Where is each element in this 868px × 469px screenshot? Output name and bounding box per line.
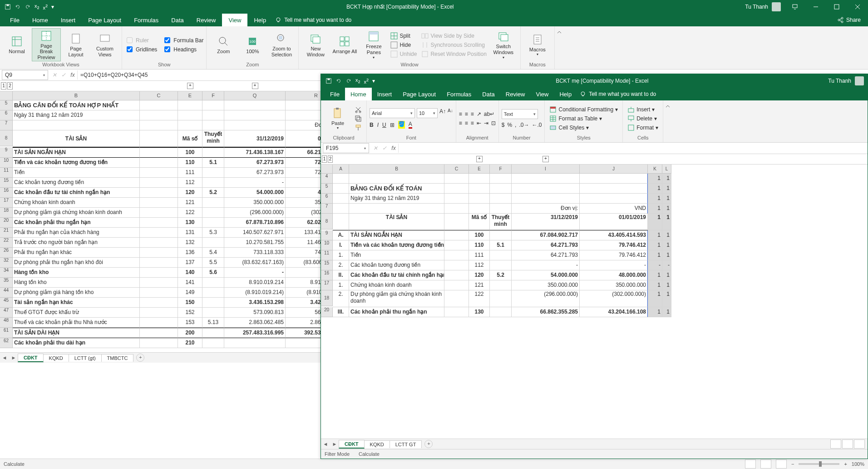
- tab-home[interactable]: Home: [26, 14, 54, 26]
- cell[interactable]: [202, 238, 224, 248]
- cell[interactable]: [512, 194, 580, 204]
- cell[interactable]: 71.436.138.167: [224, 147, 286, 158]
- cell[interactable]: [140, 110, 178, 120]
- cell[interactable]: [444, 290, 469, 307]
- sub-grid[interactable]: ABCEFIJKL4115BẢNG CÂN ĐỐI KẾ TOÁN116Ngày…: [321, 165, 868, 439]
- font-color-button[interactable]: A: [409, 121, 412, 129]
- row-header[interactable]: 15: [321, 260, 333, 270]
- cell[interactable]: 64.271.793: [512, 240, 580, 250]
- cell[interactable]: 122: [178, 208, 202, 218]
- cell[interactable]: Thuyết minh: [202, 130, 224, 147]
- cell[interactable]: 121: [469, 280, 490, 290]
- cell[interactable]: 1: [648, 250, 662, 260]
- cell[interactable]: 10.270.581.755: [224, 238, 286, 248]
- cell[interactable]: Dự phòng giảm giá chứng khoán kinh doanh: [349, 290, 444, 307]
- cell[interactable]: Mã số: [178, 130, 202, 147]
- cell[interactable]: [490, 250, 512, 260]
- normal-view-button[interactable]: Normal: [3, 34, 31, 55]
- row-header[interactable]: 20: [321, 307, 333, 317]
- cell[interactable]: [490, 307, 512, 317]
- cell[interactable]: (302.000.000): [580, 290, 648, 307]
- column-header[interactable]: F: [490, 165, 512, 174]
- cell[interactable]: Phải thu ngắn hạn của khách hàng: [13, 228, 140, 238]
- cell[interactable]: 1: [648, 230, 662, 240]
- cell[interactable]: [13, 120, 140, 130]
- cell[interactable]: 2.863.062.485: [224, 318, 286, 328]
- superscript-icon[interactable]: x2: [43, 4, 48, 10]
- redo-icon[interactable]: [345, 78, 352, 84]
- cell[interactable]: [140, 130, 178, 147]
- subscript-icon[interactable]: x2: [35, 3, 39, 10]
- cell[interactable]: [140, 248, 178, 258]
- row-header[interactable]: 18: [321, 290, 333, 306]
- cell[interactable]: A.: [333, 230, 349, 240]
- fx-icon[interactable]: fx: [68, 72, 77, 78]
- cell[interactable]: 1: [662, 214, 671, 230]
- tab-help[interactable]: Help: [247, 14, 272, 26]
- redo-icon[interactable]: [25, 4, 31, 10]
- cell[interactable]: VND: [580, 204, 648, 214]
- cell[interactable]: [178, 120, 202, 130]
- cell[interactable]: 67.084.902.717: [512, 230, 580, 240]
- cell[interactable]: (83.632.617.163): [224, 258, 286, 268]
- cell[interactable]: BẢNG CÂN ĐỐI KẾ TOÁN HỢP NHẤT: [13, 100, 140, 110]
- cell[interactable]: -: [648, 260, 662, 270]
- cell[interactable]: [140, 298, 178, 308]
- cell[interactable]: [140, 228, 178, 238]
- row-header[interactable]: 45: [0, 298, 13, 308]
- sheet-tab-kqkd[interactable]: KQKD: [43, 354, 69, 362]
- cell[interactable]: (8.910.019.214): [224, 288, 286, 298]
- cell[interactable]: [490, 184, 512, 194]
- row-header[interactable]: 8: [321, 214, 333, 230]
- tab-formulas[interactable]: Formulas: [128, 14, 165, 26]
- cell[interactable]: 66.862.355.285: [512, 307, 580, 317]
- align-top-icon[interactable]: ≡: [459, 111, 462, 117]
- cut-button[interactable]: [353, 105, 364, 114]
- cell[interactable]: 2.: [333, 290, 349, 307]
- formula-bar-checkbox[interactable]: Formula Bar: [163, 36, 203, 45]
- align-middle-icon[interactable]: ≡: [465, 111, 468, 117]
- cell[interactable]: 210: [178, 338, 202, 348]
- cell[interactable]: BẢNG CÂN ĐỐI KẾ TOÁN: [349, 184, 444, 194]
- row-header[interactable]: 48: [0, 318, 13, 328]
- cell[interactable]: 5.6: [202, 268, 224, 278]
- cell[interactable]: [490, 290, 512, 307]
- row-header[interactable]: 11: [0, 168, 13, 178]
- cell[interactable]: 100: [178, 147, 202, 158]
- row-header[interactable]: 17: [0, 198, 13, 208]
- share-button[interactable]: Share: [830, 14, 868, 26]
- cell[interactable]: [140, 308, 178, 318]
- cell[interactable]: 43.405.414.593: [580, 230, 648, 240]
- sheet-tab-kqkd[interactable]: KQKD: [364, 440, 390, 448]
- outline-level-1[interactable]: 1: [322, 155, 327, 163]
- cell[interactable]: [349, 204, 444, 214]
- cell[interactable]: [140, 218, 178, 228]
- tab-review[interactable]: Review: [500, 88, 531, 100]
- percent-format-icon[interactable]: %: [507, 122, 512, 128]
- collapse-ribbon-button[interactable]: [663, 100, 672, 142]
- cell[interactable]: [140, 318, 178, 328]
- cell[interactable]: [140, 328, 178, 338]
- user-avatar-icon[interactable]: [772, 2, 781, 11]
- cell[interactable]: 120: [469, 270, 490, 280]
- format-painter-button[interactable]: [353, 123, 364, 132]
- column-header[interactable]: A: [333, 165, 349, 174]
- user-avatar-icon[interactable]: [855, 76, 864, 85]
- increase-decimal-icon[interactable]: .0→: [519, 122, 529, 128]
- cell[interactable]: 79.746.412: [580, 240, 648, 250]
- cell[interactable]: [512, 184, 580, 194]
- add-sheet-button[interactable]: +: [136, 354, 144, 362]
- cell[interactable]: [202, 328, 224, 338]
- cell[interactable]: [490, 260, 512, 270]
- undo-icon[interactable]: [15, 4, 21, 10]
- cell[interactable]: [202, 218, 224, 228]
- cell-styles-button[interactable]: Cell Styles ▾: [547, 123, 620, 132]
- cell[interactable]: [140, 120, 178, 130]
- freeze-panes-button[interactable]: Freeze Panes▾: [360, 29, 388, 60]
- cell[interactable]: [202, 198, 224, 208]
- outline-level-2[interactable]: 2: [328, 155, 333, 163]
- cell[interactable]: 1.: [333, 250, 349, 260]
- cell[interactable]: 1: [648, 184, 662, 194]
- cell[interactable]: [444, 184, 469, 194]
- enter-formula-icon[interactable]: ✓: [380, 145, 389, 151]
